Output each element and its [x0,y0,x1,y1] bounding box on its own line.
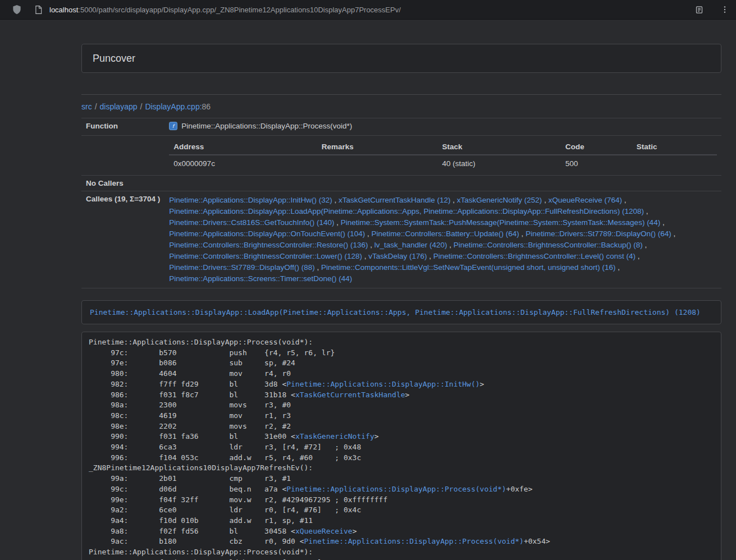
callee-link[interactable]: Pinetime::Applications::DisplayApp::Init… [169,196,332,204]
breadcrumb-file[interactable]: DisplayApp.cpp: [145,102,202,111]
callee-separator: , [365,229,371,238]
callee-link[interactable]: Pinetime::Controllers::Battery::Update()… [372,229,519,238]
highlighted-symbol-box: Pinetime::Applications::DisplayApp::Load… [81,300,721,324]
code-symbol-link[interactable]: Pinetime::Applications::DisplayApp::Proc… [304,537,524,545]
breadcrumb-src[interactable]: src [81,102,92,111]
callee-link[interactable]: Pinetime::Applications::DisplayApp::Load… [169,207,644,215]
url-text: localhost:5000/path/src/displayapp/Displ… [49,6,401,14]
breadcrumb-line-number: 86 [202,102,211,111]
code-line: _ZN8Pinetime12Applications10DisplayApp7R… [89,463,714,474]
breadcrumb-displayapp[interactable]: displayapp [100,102,138,111]
callee-link[interactable]: vTaskDelay (176) [368,252,427,260]
code-line: 980: 4604 mov r4, r0 [89,369,714,379]
page-info-icon[interactable] [31,3,45,16]
callee-separator: , [315,263,321,272]
browser-actions [692,3,736,16]
code-line: 99e: f04f 32ff mov.w r2, #4294967295 ; 0… [89,495,714,506]
code-line: 97c: b570 push {r4, r5, r6, lr} [89,348,714,359]
app-title: Puncover [93,52,710,65]
reader-mode-icon[interactable] [692,3,706,16]
callee-link[interactable]: Pinetime::Controllers::BrightnessControl… [433,252,636,260]
code-symbol-link[interactable]: xTaskGetCurrentTaskHandle [295,391,405,399]
highlighted-callee-link[interactable]: Pinetime::Applications::DisplayApp::Load… [90,308,701,316]
callee-separator: , [427,252,433,260]
callee-separator: , [660,218,665,227]
code-symbol-link[interactable]: xQueueReceive [295,527,353,535]
code-symbol-link[interactable]: Pinetime::Applications::DisplayApp::Init… [286,380,479,388]
value-address: 0x0000097c [169,155,317,172]
col-remarks: Remarks [317,139,438,155]
callee-link[interactable]: Pinetime::Drivers::St7789::DisplayOn() (… [525,229,671,238]
callee-link[interactable]: lv_task_handler (420) [374,241,447,249]
code-line: 98e: 2202 movs r2, #2 [89,421,714,432]
code-symbol-link[interactable]: Pinetime::Applications::DisplayApp::Proc… [286,485,506,493]
callee-link[interactable]: Pinetime::Drivers::St7789::DisplayOff() … [169,263,314,272]
browser-menu-icon[interactable] [718,3,732,16]
url-host: localhost [49,6,78,14]
code-line: 98a: 2300 movs r3, #0 [89,400,714,411]
code-symbol-link[interactable]: xTaskGenericNotify [295,432,374,440]
shield-icon[interactable] [10,3,24,16]
callee-link[interactable]: xQueueReceive (764) [548,196,622,204]
col-address: Address [169,139,317,155]
callee-separator: , [519,229,525,238]
code-line: 9a4: f10d 010b add.w r1, sp, #11 [89,516,714,526]
breadcrumb: src/displayapp/DisplayApp.cpp:86 [81,102,721,111]
code-line: 982: f7ff fd29 bl 3d8 <Pinetime::Applica… [89,379,714,390]
url-path: :5000/path/src/displayapp/DisplayApp.cpp… [78,6,401,14]
no-callers-label: No Callers [81,176,164,191]
app-header-panel: Puncover [81,44,721,73]
callee-separator: , [362,252,368,260]
col-static: Static [632,139,717,155]
symbol-table: Function f Pinetime::Applications::Displ… [81,118,721,288]
code-line: 994: 6ca3 ldr r3, [r4, #72] ; 0x48 [89,442,714,453]
code-line: 996: f104 053c add.w r5, r4, #60 ; 0x3c [89,453,714,463]
metrics-header-row: Address Remarks Stack Code Static [169,139,717,155]
metrics-row-spacer [81,136,164,176]
callee-link[interactable]: Pinetime::System::SystemTask::PushMessag… [341,218,660,227]
function-name: Pinetime::Applications::DisplayApp::Proc… [181,122,352,130]
callee-separator: , [643,241,647,249]
callee-link[interactable]: Pinetime::Controllers::BrightnessControl… [169,252,362,260]
code-line: Pinetime::Applications::DisplayApp::Proc… [89,337,714,348]
callees-row: Callees (19, Σ=3704 ) Pinetime::Applicat… [81,191,721,288]
col-stack: Stack [437,139,561,155]
callee-link[interactable]: Pinetime::Components::LittleVgl::SetNewT… [321,263,616,272]
no-callers-row: No Callers [81,176,721,191]
code-line: 9a2: 6ce0 ldr r0, [r4, #76] ; 0x4c [89,505,714,516]
callee-link[interactable]: xTaskGetCurrentTaskHandle (12) [339,196,451,204]
code-line: 99a: 2b01 cmp r3, #1 [89,474,714,484]
callee-separator: , [334,218,340,227]
metrics-values-row: 0x0000097c 40 (static) 500 [169,155,717,172]
metrics-table: Address Remarks Stack Code Static 0x0000… [169,139,717,172]
value-remarks [317,155,438,172]
function-label: Function [81,118,164,136]
no-callers-cell [164,176,721,191]
url-bar[interactable]: localhost:5000/path/src/displayapp/Displ… [31,3,692,16]
divider [81,94,721,95]
callee-link[interactable]: Pinetime::Controllers::BrightnessControl… [169,241,368,249]
callee-separator: , [368,241,374,249]
metrics-row: Address Remarks Stack Code Static 0x0000… [81,136,721,176]
callee-separator: , [622,196,627,204]
code-line: 98c: 4619 mov r1, r3 [89,411,714,421]
value-stack: 40 (static) [437,155,561,172]
code-line: 97e: b086 sub sp, #24 [89,358,714,369]
function-cell: f Pinetime::Applications::DisplayApp::Pr… [164,118,721,136]
callee-separator: , [542,196,548,204]
callee-separator: , [644,207,648,215]
page-container: Puncover src/displayapp/DisplayApp.cpp:8… [81,20,721,560]
callee-link[interactable]: Pinetime::Drivers::Cst816S::GetTouchInfo… [169,218,334,227]
callee-separator: , [447,241,454,249]
function-row: Function f Pinetime::Applications::Displ… [81,118,721,136]
callees-list: Pinetime::Applications::DisplayApp::Init… [169,195,717,284]
callee-link[interactable]: Pinetime::Applications::DisplayApp::OnTo… [169,229,365,238]
code-line: 986: f031 f8c7 bl 31b18 <xTaskGetCurrent… [89,390,714,401]
value-static [632,155,717,172]
callee-link[interactable]: Pinetime::Applications::Screens::Timer::… [169,274,352,283]
callee-separator: , [451,196,457,204]
callee-link[interactable]: Pinetime::Controllers::BrightnessControl… [454,241,643,249]
callee-link[interactable]: xTaskGenericNotify (252) [457,196,542,204]
metrics-cell: Address Remarks Stack Code Static 0x0000… [164,136,721,176]
method-icon: f [169,122,177,132]
